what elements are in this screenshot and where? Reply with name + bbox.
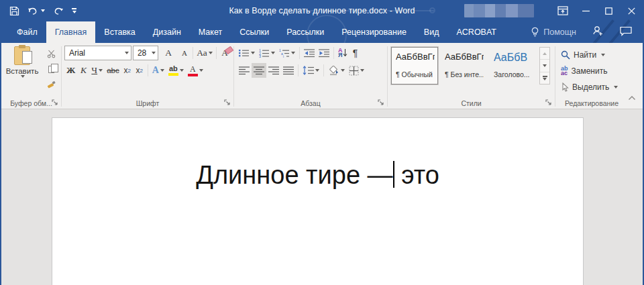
title-bar: Как в Ворде сделать длинное тире.docx - … — [1, 0, 643, 21]
increase-indent-button[interactable] — [317, 46, 331, 60]
numbering-caret[interactable] — [271, 52, 275, 54]
find-caret[interactable] — [601, 54, 605, 56]
text-after-cursor: это — [394, 161, 439, 189]
document-area: Длинное тире — это — [1, 109, 643, 285]
numbering-button[interactable]: 123 — [257, 46, 277, 60]
font-color-button[interactable]: А — [186, 63, 205, 78]
document-page[interactable]: Длинное тире — это — [52, 117, 584, 285]
styles-dialog-launcher[interactable] — [545, 99, 553, 107]
ribbon-display-options-button[interactable] — [551, 0, 574, 21]
mini-separator — [323, 64, 324, 76]
align-center-button[interactable] — [252, 63, 266, 78]
multilevel-caret[interactable] — [291, 52, 295, 54]
paste-button[interactable]: Вставить — [5, 46, 39, 97]
bullets-button[interactable] — [237, 46, 257, 60]
tab-design[interactable]: Дизайн — [144, 21, 190, 43]
paragraph-dialog-launcher[interactable] — [378, 99, 385, 107]
replace-button[interactable]: ab ac Заменить — [561, 63, 623, 79]
dialog-launcher-icon — [378, 99, 385, 107]
highlight-color-button[interactable]: ab — [166, 63, 186, 78]
sort-button[interactable]: А Я — [336, 46, 350, 60]
borders-caret[interactable] — [360, 69, 364, 72]
comments-button[interactable] — [620, 26, 632, 39]
maximize-button[interactable] — [597, 0, 620, 21]
shading-button[interactable] — [326, 63, 347, 78]
bullets-caret[interactable] — [251, 52, 255, 54]
clear-formatting-button[interactable]: А — [219, 46, 231, 60]
paragraph-group: 123 1аi — [234, 44, 387, 109]
align-left-button[interactable] — [237, 63, 252, 78]
account-badge-redacted[interactable] — [464, 4, 534, 17]
mini-separator — [148, 64, 148, 76]
minimize-icon — [582, 7, 590, 15]
quick-access-toolbar — [9, 6, 76, 16]
show-marks-button[interactable]: ¶ — [350, 46, 362, 60]
find-button[interactable]: Найти — [561, 47, 623, 63]
copy-button[interactable] — [43, 62, 59, 76]
close-button[interactable] — [620, 0, 643, 21]
line-spacing-caret[interactable] — [315, 69, 319, 72]
font-size-combo[interactable]: 28 — [133, 46, 158, 60]
format-painter-button[interactable] — [43, 77, 59, 92]
shrink-font-button[interactable]: А — [178, 46, 191, 60]
find-icon — [561, 50, 570, 60]
tab-mailings[interactable]: Рассылки — [278, 21, 333, 43]
justify-button[interactable] — [281, 63, 296, 78]
tab-review[interactable]: Рецензирование — [333, 21, 415, 43]
line-spacing-button[interactable] — [301, 63, 321, 78]
style-card-no-spacing[interactable]: АаБбВвГг, ¶ Без инте... — [440, 47, 487, 84]
format-painter-icon — [46, 80, 56, 89]
tab-acrobat[interactable]: ACROBAT — [447, 21, 505, 43]
sort-arrow-icon — [343, 48, 347, 58]
tell-me-label: Помощн — [543, 27, 576, 37]
save-button[interactable] — [9, 6, 19, 16]
bold-button[interactable]: Ж — [64, 63, 77, 78]
tab-home[interactable]: Главная — [46, 21, 96, 43]
clipboard-dialog-launcher[interactable] — [52, 99, 59, 107]
style-gallery-more-button[interactable] — [540, 72, 549, 84]
select-button[interactable]: Выделить — [561, 79, 623, 95]
italic-button[interactable]: К — [77, 63, 89, 78]
tell-me-box[interactable]: Помощн — [531, 27, 576, 38]
strikethrough-button[interactable]: abc — [105, 63, 121, 78]
share-button[interactable] — [592, 25, 604, 39]
mini-separator — [216, 47, 217, 59]
style-scroll-up-button[interactable] — [540, 48, 549, 60]
replace-icon: ab ac — [561, 66, 568, 76]
style-gallery: АаБбВвГг, ¶ Обычный АаБбВвГг, ¶ Без инте… — [388, 44, 538, 97]
ribbon-tab-row: Файл Главная Вставка Дизайн Макет Ссылки… — [1, 21, 643, 43]
align-right-button[interactable] — [266, 63, 281, 78]
tab-layout[interactable]: Макет — [190, 21, 231, 43]
underline-button[interactable]: Ч — [89, 63, 105, 78]
tab-references[interactable]: Ссылки — [231, 21, 278, 43]
tab-view[interactable]: Вид — [415, 21, 448, 43]
grow-font-button[interactable]: А — [162, 46, 174, 60]
multilevel-list-button[interactable]: 1аi — [277, 46, 297, 60]
customize-qat-button[interactable] — [72, 8, 76, 13]
style-card-normal[interactable]: АаБбВвГг, ¶ Обычный — [391, 47, 438, 84]
redo-button[interactable] — [53, 6, 64, 15]
select-caret[interactable] — [614, 86, 618, 89]
cut-button[interactable] — [43, 46, 59, 61]
font-name-combo[interactable]: Arial — [64, 46, 131, 60]
tab-insert[interactable]: Вставка — [95, 21, 144, 43]
shading-caret[interactable] — [341, 69, 345, 72]
underline-caret[interactable] — [99, 69, 103, 72]
text-effects-button[interactable]: А — [150, 63, 166, 78]
font-dialog-launcher[interactable] — [224, 99, 231, 107]
collapse-ribbon-button[interactable] — [628, 91, 636, 103]
customize-qat-bar — [72, 8, 76, 9]
decrease-indent-button[interactable] — [302, 46, 317, 60]
undo-dropdown-caret[interactable] — [41, 9, 45, 12]
superscript-button[interactable]: х2 — [133, 63, 146, 78]
undo-button[interactable] — [28, 6, 45, 15]
minimize-button[interactable] — [574, 0, 597, 21]
tab-file[interactable]: Файл — [8, 21, 46, 43]
style-scroll-down-button[interactable] — [540, 60, 549, 72]
paste-dropdown-caret[interactable] — [21, 75, 25, 78]
borders-button[interactable] — [347, 63, 366, 78]
style-card-heading[interactable]: АаБбВ Заголово... — [489, 47, 536, 84]
paragraph-group-label: Абзац — [234, 97, 387, 109]
subscript-button[interactable]: х2 — [121, 63, 133, 78]
change-case-button[interactable]: Аа — [195, 46, 214, 60]
